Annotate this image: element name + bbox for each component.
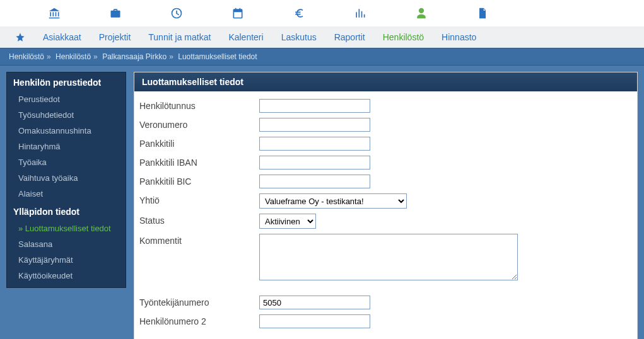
nav-laskutus[interactable]: Laskutus [281,32,317,42]
briefcase-icon[interactable] [108,6,122,20]
top-icon-bar [0,0,644,26]
panel-title: Luottamukselliset tiedot [134,72,637,91]
tyontekijanumero-label: Työntekijänumero [139,296,259,307]
iban-label: Pankkitili IBAN [139,156,259,168]
breadcrumb: Henkilöstö» Henkilöstö» Palkansaaja Pirk… [0,48,644,66]
clock-icon[interactable] [170,6,184,20]
bic-input[interactable] [259,175,370,188]
breadcrumb-item[interactable]: Henkilöstö [56,52,91,61]
content-panel: Luottamukselliset tiedot Henkilötunnus V… [134,72,638,339]
nav-raportit[interactable]: Raportit [334,32,365,42]
pankkitili-input[interactable] [259,137,370,151]
sidebar-item-alaiset[interactable]: Alaiset [7,186,126,202]
status-label: Status [139,214,259,226]
nav-kalenteri[interactable]: Kalenteri [228,32,263,42]
kommentit-textarea[interactable] [259,234,518,280]
sidebar-item-kayttooikeudet[interactable]: Käyttöoikeudet [7,268,126,284]
file-icon[interactable] [476,6,489,20]
sidebar-item-perustiedot[interactable]: Perustiedot [7,91,126,107]
nav-tunnit[interactable]: Tunnit ja matkat [148,32,211,42]
star-icon[interactable] [15,32,25,42]
nav-hinnasto[interactable]: Hinnasto [442,32,476,42]
veronumero-input[interactable] [259,118,370,132]
sidebar-item-kayttajaryhmat[interactable]: Käyttäjäryhmät [7,252,126,268]
sidebar-item-omakustannushinta[interactable]: Omakustannushinta [7,123,126,139]
bar-chart-icon[interactable] [353,6,367,20]
calendar-icon[interactable] [231,6,245,20]
sidebar-item-luottamukselliset[interactable]: » Luottamukselliset tiedot [7,221,126,236]
kommentit-label: Kommentit [139,234,259,246]
veronumero-label: Veronumero [139,118,259,130]
yhtio-label: Yhtiö [139,193,259,205]
bank-icon[interactable] [47,6,61,20]
sidebar-section-title: Ylläpidon tiedot [7,202,126,221]
breadcrumb-item[interactable]: Palkansaaja Pirkko [102,52,167,61]
sidebar-section-title: Henkilön perustiedot [7,72,126,91]
iban-input[interactable] [259,156,370,170]
henkilotunnus-input[interactable] [259,99,370,113]
yhtio-select[interactable]: Valueframe Oy - testikanta! [259,193,407,209]
sidebar-item-hintaryhma[interactable]: Hintaryhmä [7,139,126,154]
status-select[interactable]: Aktiivinen [259,214,316,229]
pankkitili-label: Pankkitili [139,137,259,149]
tyontekijanumero-input[interactable] [259,296,370,309]
sidebar-item-tyoaika[interactable]: Työaika [7,154,126,170]
breadcrumb-item[interactable]: Henkilöstö [9,52,44,61]
nav-henkilosto[interactable]: Henkilöstö [383,32,424,42]
nav-projektit[interactable]: Projektit [99,32,131,42]
sidebar-item-salasana[interactable]: Salasana [7,236,126,252]
euro-icon[interactable] [292,6,306,20]
henkilotunnus-label: Henkilötunnus [139,99,259,111]
user-icon[interactable] [414,6,428,20]
breadcrumb-item: Luottamukselliset tiedot [178,52,257,61]
sidebar-item-vaihtuva-tyoaika[interactable]: Vaihtuva työaika [7,170,126,186]
main-nav: Asiakkaat Projektit Tunnit ja matkat Kal… [0,26,644,48]
bic-label: Pankkitili BIC [139,175,259,187]
henkilonumero2-input[interactable] [259,314,370,328]
sidebar-item-tyosuhdetiedot[interactable]: Työsuhdetiedot [7,107,126,123]
sidebar: Henkilön perustiedot Perustiedot Työsuhd… [6,72,126,288]
nav-asiakkaat[interactable]: Asiakkaat [43,32,81,42]
henkilonumero2-label: Henkilönumero 2 [139,314,259,326]
